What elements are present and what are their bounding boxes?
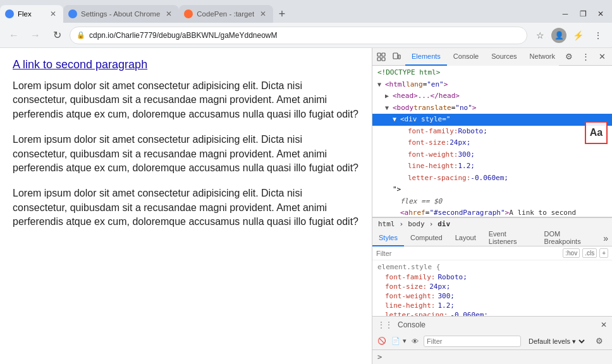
new-tab-button[interactable]: + xyxy=(273,5,291,23)
css-fs-value: 24px; xyxy=(429,282,450,291)
styles-tab-layout[interactable]: Layout xyxy=(449,230,482,246)
css-fw-value: 300; xyxy=(438,292,455,300)
body-translate-attr: translate xyxy=(413,103,451,114)
bookmark-icon[interactable]: ☆ xyxy=(531,27,549,44)
paragraph-2: Lorem ipsum dolor sit amet consectetur a… xyxy=(13,133,359,175)
css-prop-fontfamily: font-family: Roboto; xyxy=(377,272,607,282)
tab2-favicon xyxy=(68,9,77,18)
css-fw-name: font-weight: xyxy=(385,292,435,300)
html-lang-attr: lang xyxy=(406,80,423,90)
tab-settings[interactable]: Settings - About Chrome ✕ xyxy=(63,5,179,23)
tab-flex[interactable]: Flex ✕ xyxy=(0,5,63,23)
window-controls: ─ ❐ ✕ xyxy=(556,5,612,23)
breadcrumb-html[interactable]: html xyxy=(376,219,397,229)
url-bar[interactable]: 🔒 cdpn.io/Charlie7779/debug/aBBKWNL/gaMe… xyxy=(70,27,527,44)
console-close-icon[interactable]: ✕ xyxy=(601,320,607,329)
console-eye-icon[interactable]: 👁 xyxy=(412,337,419,345)
html-line-div-close[interactable]: "> xyxy=(372,184,612,196)
top-icon: 📄 xyxy=(391,337,400,345)
console-prompt-icon: > xyxy=(377,353,382,361)
html-line-flex-comment[interactable]: flex == $0 xyxy=(372,196,612,208)
console-label[interactable]: Console xyxy=(398,320,425,329)
styles-tab-computed[interactable]: Computed xyxy=(404,230,449,246)
html-line-lineheight[interactable]: line-height: 1.2; xyxy=(372,161,612,173)
menu-icon[interactable]: ⋮ xyxy=(589,27,607,44)
svg-rect-0 xyxy=(377,53,381,56)
css-ls-value: -0.060em; xyxy=(450,311,488,316)
back-button[interactable]: ← xyxy=(5,27,23,44)
styles-filter-input[interactable] xyxy=(376,250,560,257)
html-line-head[interactable]: ▶ <head>...</head> xyxy=(372,90,612,102)
html-line-anchor[interactable]: <a href = "#secondParagraph" > A link to… xyxy=(372,207,612,217)
tab1-close[interactable]: ✕ xyxy=(48,9,58,19)
devtools-tab-console[interactable]: Console xyxy=(447,48,485,66)
doctype-text: <!DOCTYPE html> xyxy=(377,68,440,78)
html-lang-value: "en" xyxy=(427,80,444,90)
expand-div[interactable]: ▼ xyxy=(393,114,400,124)
console-filter-input[interactable] xyxy=(424,336,521,347)
html-line-fontweight[interactable]: font-weight: 300; xyxy=(372,149,612,161)
html-line-body[interactable]: ▼ <body translate = "no" > xyxy=(372,102,612,114)
html-line-letterspacing[interactable]: letter-spacing: -0.060em; xyxy=(372,173,612,185)
devtools-tab-sources[interactable]: Sources xyxy=(485,48,523,66)
styles-tabs-more[interactable]: » xyxy=(599,233,612,243)
inspect-element-button[interactable] xyxy=(375,51,388,63)
css-ff-value: Roboto; xyxy=(438,273,467,281)
html-line-fontsize[interactable]: font-size: 24px; xyxy=(372,137,612,149)
clear-icon: 🚫 xyxy=(377,337,386,345)
expand-body[interactable]: ▼ xyxy=(385,103,393,112)
expand-head[interactable]: ▶ xyxy=(385,91,393,100)
html-equals: = xyxy=(423,80,427,90)
close-button[interactable]: ✕ xyxy=(592,5,609,23)
styles-content: element.style { font-family: Roboto; fon… xyxy=(372,260,612,316)
page-link[interactable]: A link to second paragraph xyxy=(13,58,359,71)
css-fs-name: font-size: xyxy=(385,282,427,291)
svg-rect-2 xyxy=(382,53,385,56)
maximize-button[interactable]: ❐ xyxy=(574,5,592,23)
devtools-close-icon[interactable]: ✕ xyxy=(594,49,609,64)
font-tools-highlight[interactable]: Aa xyxy=(585,121,608,144)
devtools-toolbar: Elements Console Sources Network Perform… xyxy=(372,48,612,66)
extensions-icon[interactable]: ⚡ xyxy=(569,27,587,44)
a-tag-close: > xyxy=(505,208,510,217)
breadcrumb-div[interactable]: div xyxy=(436,219,452,229)
devtools-tab-network[interactable]: Network xyxy=(523,48,559,66)
css-ff-name: font-family: xyxy=(385,273,435,281)
body-tag: <body xyxy=(393,103,413,114)
profile-icon[interactable]: 👤 xyxy=(551,28,566,43)
filter-add[interactable]: + xyxy=(599,248,608,258)
html-panel[interactable]: <!DOCTYPE html> ▼ <html lang = "en" > ▶ xyxy=(372,66,612,217)
ls-prop-value: -0.060em; xyxy=(470,173,508,184)
styles-tab-styles[interactable]: Styles xyxy=(372,230,404,246)
tab2-close[interactable]: ✕ xyxy=(164,9,174,19)
a-href-attr: href xyxy=(408,208,425,217)
filter-hov[interactable]: :hov xyxy=(563,248,580,258)
html-line-div[interactable]: ▼ <div style=" xyxy=(372,114,612,126)
console-settings-icon[interactable]: ⚙ xyxy=(592,334,607,349)
device-toggle-button[interactable] xyxy=(390,51,403,63)
filter-cls[interactable]: .cls xyxy=(582,248,597,258)
css-lh-value: 1.2; xyxy=(438,301,455,310)
minimize-button[interactable]: ─ xyxy=(556,5,574,23)
console-clear-button[interactable]: 🚫 xyxy=(377,337,386,345)
styles-panel: Styles Computed Layout Event Listeners D… xyxy=(372,230,612,316)
styles-tab-event-listeners[interactable]: Event Listeners xyxy=(482,230,538,246)
devtools-settings-icon[interactable]: ⚙ xyxy=(561,49,577,64)
devtools-tab-elements[interactable]: Elements xyxy=(405,48,447,66)
tab-codepen[interactable]: CodePen - :target ✕ xyxy=(179,5,273,23)
html-line-fontfamily[interactable]: font-family: Roboto; xyxy=(372,126,612,138)
devtools-vertical-dots[interactable]: ⋮ xyxy=(578,49,593,64)
breadcrumb-body[interactable]: body xyxy=(406,219,427,229)
styles-tab-dom-breakpoints[interactable]: DOM Breakpoints xyxy=(538,230,600,246)
console-level-select[interactable]: Default levels ▾ xyxy=(526,337,587,346)
expand-html[interactable]: ▼ xyxy=(377,80,385,89)
refresh-button[interactable]: ↻ xyxy=(48,27,66,44)
url-text: cdpn.io/Charlie7779/debug/aBBKWNL/gaMeYd… xyxy=(89,31,278,40)
font-tools-aa-icon: Aa xyxy=(590,127,603,138)
tab3-close[interactable]: ✕ xyxy=(258,9,268,19)
svg-rect-5 xyxy=(398,55,400,59)
html-line-html[interactable]: ▼ <html lang = "en" > xyxy=(372,79,612,91)
body-equals: = xyxy=(451,103,456,114)
html-line-doctype[interactable]: <!DOCTYPE html> xyxy=(372,67,612,79)
forward-button[interactable]: → xyxy=(27,27,44,44)
